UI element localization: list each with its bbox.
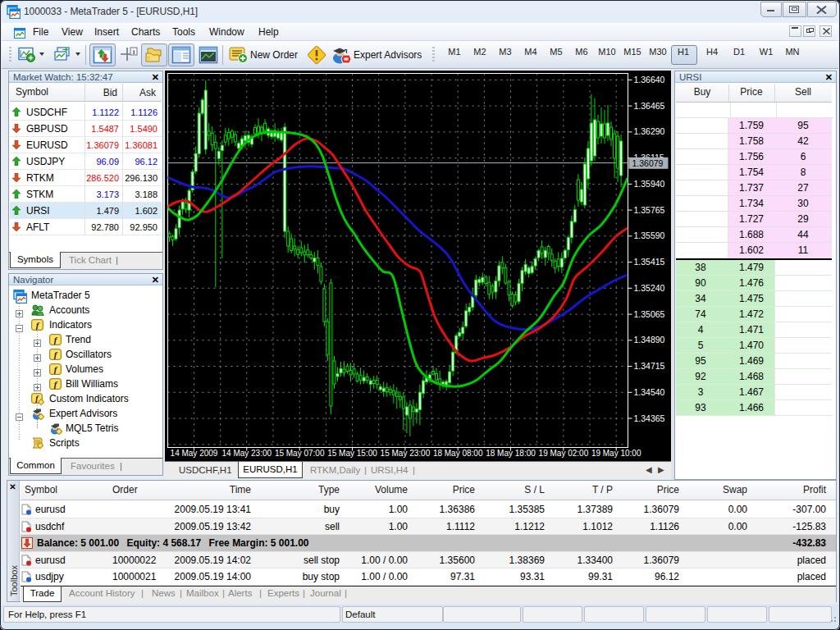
- svg-text:1.35765: 1.35765: [634, 205, 665, 215]
- svg-text:1.35590: 1.35590: [634, 231, 665, 240]
- svg-text:1.36290: 1.36290: [634, 126, 665, 136]
- svg-text:19 May 02:00: 19 May 02:00: [539, 449, 589, 458]
- svg-text:1.34715: 1.34715: [634, 361, 665, 371]
- svg-text:1.36640: 1.36640: [634, 75, 665, 84]
- svg-text:i: i: [133, 48, 135, 56]
- svg-text:18 May 08:00: 18 May 08:00: [433, 449, 483, 458]
- svg-text:1.36465: 1.36465: [634, 101, 665, 111]
- svg-text:18 May 18:00: 18 May 18:00: [486, 449, 536, 458]
- svg-text:1.34540: 1.34540: [634, 387, 665, 397]
- svg-text:1.35940: 1.35940: [634, 179, 665, 189]
- svg-text:15 May 23:00: 15 May 23:00: [381, 449, 431, 458]
- svg-text:14 May 2009: 14 May 2009: [171, 449, 218, 458]
- svg-text:1.36079: 1.36079: [632, 158, 664, 168]
- svg-text:1.35065: 1.35065: [634, 309, 665, 319]
- svg-text:1.35240: 1.35240: [634, 283, 665, 293]
- svg-text:15 May 07:00: 15 May 07:00: [275, 449, 325, 458]
- svg-text:1.35415: 1.35415: [634, 257, 665, 267]
- svg-text:1.34365: 1.34365: [634, 413, 665, 423]
- svg-text:14 May 23:00: 14 May 23:00: [221, 449, 272, 458]
- svg-text:15 May 15:00: 15 May 15:00: [327, 449, 377, 458]
- svg-text:19 May 10:00: 19 May 10:00: [591, 449, 641, 458]
- svg-text:1.34890: 1.34890: [634, 335, 665, 345]
